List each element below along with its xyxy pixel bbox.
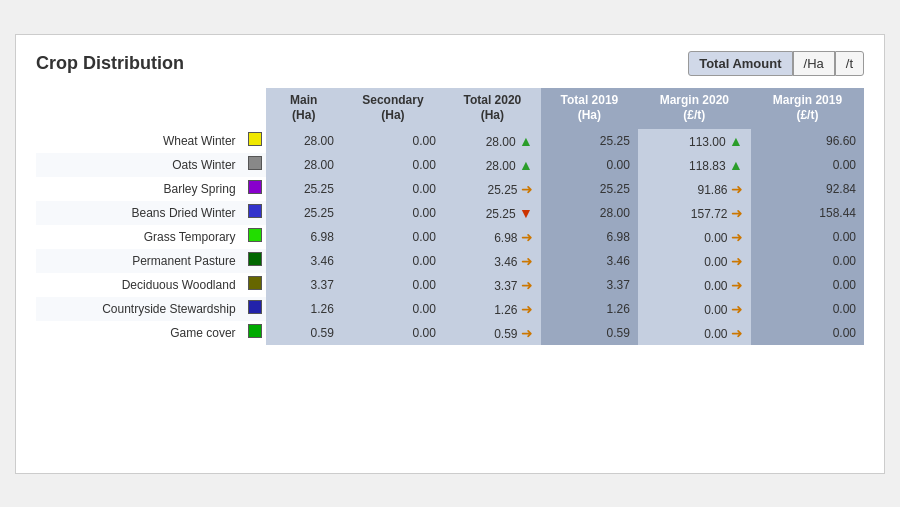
secondary-value: 0.00 bbox=[342, 153, 444, 177]
total2020-value: 1.26 ➜ bbox=[444, 297, 541, 321]
crop-color-swatch bbox=[244, 249, 266, 273]
col-total2020: Total 2020(Ha) bbox=[444, 88, 541, 129]
margin2020-value: 118.83 ▲ bbox=[638, 153, 751, 177]
secondary-value: 0.00 bbox=[342, 297, 444, 321]
crop-label: Beans Dried Winter bbox=[36, 201, 244, 225]
crop-label: Permanent Pasture bbox=[36, 249, 244, 273]
margin2020-value: 0.00 ➜ bbox=[638, 249, 751, 273]
crop-table: Main(Ha) Secondary(Ha) Total 2020(Ha) To… bbox=[36, 88, 864, 345]
total2019-value: 0.00 bbox=[541, 153, 638, 177]
total2019-value: 25.25 bbox=[541, 129, 638, 153]
main-value: 3.46 bbox=[266, 249, 342, 273]
total2019-value: 6.98 bbox=[541, 225, 638, 249]
margin2019-value: 0.00 bbox=[751, 249, 864, 273]
crop-color-swatch bbox=[244, 201, 266, 225]
margin2020-value: 0.00 ➜ bbox=[638, 273, 751, 297]
secondary-value: 0.00 bbox=[342, 225, 444, 249]
total2019-value: 1.26 bbox=[541, 297, 638, 321]
total2020-value: 6.98 ➜ bbox=[444, 225, 541, 249]
margin2019-value: 158.44 bbox=[751, 201, 864, 225]
secondary-value: 0.00 bbox=[342, 177, 444, 201]
total2020-value: 3.37 ➜ bbox=[444, 273, 541, 297]
trend-right-icon: ➜ bbox=[521, 253, 533, 269]
main-value: 25.25 bbox=[266, 177, 342, 201]
crop-label: Oats Winter bbox=[36, 153, 244, 177]
margin2020-value: 0.00 ➜ bbox=[638, 225, 751, 249]
per-t-btn[interactable]: /t bbox=[835, 51, 864, 76]
total2020-value: 25.25 ▼ bbox=[444, 201, 541, 225]
total2020-value: 0.59 ➜ bbox=[444, 321, 541, 345]
per-ha-btn[interactable]: /Ha bbox=[793, 51, 835, 76]
trend-down-icon: ▼ bbox=[519, 205, 533, 221]
main-container: Crop Distribution Total Amount /Ha /t Ma… bbox=[15, 34, 885, 474]
col-margin2019: Margin 2019(£/t) bbox=[751, 88, 864, 129]
view-toggle-group: Total Amount /Ha /t bbox=[688, 51, 864, 76]
margin-trend-right-icon: ➜ bbox=[731, 205, 743, 221]
margin2020-value: 0.00 ➜ bbox=[638, 321, 751, 345]
total2020-value: 25.25 ➜ bbox=[444, 177, 541, 201]
secondary-value: 0.00 bbox=[342, 201, 444, 225]
margin2019-value: 0.00 bbox=[751, 153, 864, 177]
margin-trend-right-icon: ➜ bbox=[731, 277, 743, 293]
main-value: 28.00 bbox=[266, 153, 342, 177]
crop-label: Game cover bbox=[36, 321, 244, 345]
margin2019-value: 0.00 bbox=[751, 321, 864, 345]
margin2019-value: 0.00 bbox=[751, 297, 864, 321]
margin-trend-right-icon: ➜ bbox=[731, 253, 743, 269]
secondary-value: 0.00 bbox=[342, 249, 444, 273]
margin-trend-right-icon: ➜ bbox=[731, 229, 743, 245]
margin-trend-up-icon: ▲ bbox=[729, 157, 743, 173]
margin2020-value: 0.00 ➜ bbox=[638, 297, 751, 321]
col-total2019: Total 2019(Ha) bbox=[541, 88, 638, 129]
trend-up-icon: ▲ bbox=[519, 133, 533, 149]
secondary-value: 0.00 bbox=[342, 321, 444, 345]
empty-header bbox=[36, 88, 266, 129]
col-secondary: Secondary(Ha) bbox=[342, 88, 444, 129]
crop-color-swatch bbox=[244, 153, 266, 177]
trend-right-icon: ➜ bbox=[521, 229, 533, 245]
total2019-value: 28.00 bbox=[541, 201, 638, 225]
margin-trend-up-icon: ▲ bbox=[729, 133, 743, 149]
crop-label: Countryside Stewardship bbox=[36, 297, 244, 321]
total2019-value: 25.25 bbox=[541, 177, 638, 201]
secondary-value: 0.00 bbox=[342, 129, 444, 153]
header-row: Crop Distribution Total Amount /Ha /t bbox=[36, 51, 864, 76]
total2020-value: 3.46 ➜ bbox=[444, 249, 541, 273]
main-value: 6.98 bbox=[266, 225, 342, 249]
trend-right-icon: ➜ bbox=[521, 301, 533, 317]
secondary-value: 0.00 bbox=[342, 273, 444, 297]
crop-color-swatch bbox=[244, 225, 266, 249]
margin2020-value: 157.72 ➜ bbox=[638, 201, 751, 225]
margin2020-value: 91.86 ➜ bbox=[638, 177, 751, 201]
total-amount-btn[interactable]: Total Amount bbox=[688, 51, 792, 76]
crop-color-swatch bbox=[244, 297, 266, 321]
trend-up-icon: ▲ bbox=[519, 157, 533, 173]
trend-right-icon: ➜ bbox=[521, 181, 533, 197]
margin-trend-right-icon: ➜ bbox=[731, 301, 743, 317]
margin-trend-right-icon: ➜ bbox=[731, 325, 743, 341]
trend-right-icon: ➜ bbox=[521, 277, 533, 293]
crop-color-swatch bbox=[244, 273, 266, 297]
margin2019-value: 96.60 bbox=[751, 129, 864, 153]
main-value: 1.26 bbox=[266, 297, 342, 321]
margin2019-value: 92.84 bbox=[751, 177, 864, 201]
crop-color-swatch bbox=[244, 321, 266, 345]
total2020-value: 28.00 ▲ bbox=[444, 153, 541, 177]
main-value: 3.37 bbox=[266, 273, 342, 297]
main-value: 28.00 bbox=[266, 129, 342, 153]
crop-color-swatch bbox=[244, 177, 266, 201]
crop-label: Deciduous Woodland bbox=[36, 273, 244, 297]
page-title: Crop Distribution bbox=[36, 53, 184, 74]
crop-label: Barley Spring bbox=[36, 177, 244, 201]
margin2019-value: 0.00 bbox=[751, 273, 864, 297]
total2019-value: 0.59 bbox=[541, 321, 638, 345]
crop-label: Grass Temporary bbox=[36, 225, 244, 249]
margin-trend-right-icon: ➜ bbox=[731, 181, 743, 197]
total2020-value: 28.00 ▲ bbox=[444, 129, 541, 153]
main-value: 25.25 bbox=[266, 201, 342, 225]
trend-right-icon: ➜ bbox=[521, 325, 533, 341]
crop-color-swatch bbox=[244, 129, 266, 153]
col-main: Main(Ha) bbox=[266, 88, 342, 129]
margin2020-value: 113.00 ▲ bbox=[638, 129, 751, 153]
crop-label: Wheat Winter bbox=[36, 129, 244, 153]
